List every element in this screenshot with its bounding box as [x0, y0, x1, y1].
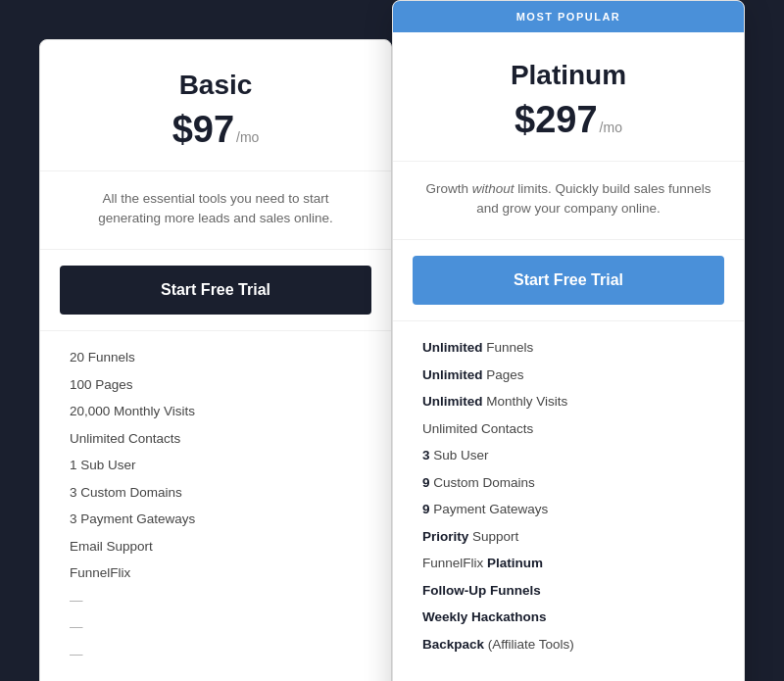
list-item: — [70, 594, 362, 608]
list-item: Unlimited Funnels [422, 341, 714, 355]
basic-description: All the essential tools you need to star… [40, 171, 391, 250]
list-item: Backpack (Affiliate Tools) [422, 638, 714, 652]
basic-plan-card: Basic $97 /mo All the essential tools yo… [39, 39, 392, 681]
list-item: 20 Funnels [70, 351, 362, 365]
list-item: Unlimited Contacts [422, 422, 714, 436]
list-item: FunnelFlix [70, 566, 362, 580]
platinum-plan-name: Platinum [413, 60, 724, 91]
platinum-card-header: Platinum $297 /mo [393, 32, 744, 162]
platinum-price-period: /mo [600, 120, 622, 135]
list-item: 100 Pages [70, 378, 362, 392]
list-item: Priority Support [422, 530, 714, 544]
list-item: 9 Payment Gateways [422, 503, 714, 516]
basic-price-period: /mo [236, 129, 259, 145]
list-item: 3 Sub User [422, 449, 714, 462]
platinum-cta-top-button[interactable]: Start Free Trial [413, 256, 724, 305]
list-item: — [70, 648, 362, 661]
basic-price-amount: $97 [172, 109, 234, 151]
list-item: Unlimited Contacts [70, 432, 362, 446]
list-item: Unlimited Monthly Visits [422, 395, 714, 409]
most-popular-badge: MOST POPULAR [393, 1, 744, 32]
list-item: 20,000 Monthly Visits [70, 405, 362, 418]
platinum-description: Growth without limits. Quickly build sal… [393, 162, 744, 240]
platinum-price-amount: $297 [514, 99, 598, 141]
platinum-plan-card: MOST POPULAR Platinum $297 /mo Growth wi… [392, 0, 745, 681]
list-item: Weekly Hackathons [422, 610, 714, 624]
platinum-plan-price: $297 /mo [413, 99, 724, 141]
list-item: Unlimited Pages [422, 368, 714, 382]
list-item: — [70, 620, 362, 634]
list-item: 3 Payment Gateways [70, 512, 362, 526]
basic-plan-name: Basic [60, 70, 371, 101]
list-item: Follow-Up Funnels [422, 584, 714, 598]
basic-plan-price: $97 /mo [60, 109, 371, 151]
basic-features: 20 Funnels 100 Pages 20,000 Monthly Visi… [40, 330, 391, 681]
list-item: 1 Sub User [70, 459, 362, 472]
list-item: FunnelFlix Platinum [422, 557, 714, 570]
list-item: Email Support [70, 540, 362, 554]
basic-cta-top-button[interactable]: Start Free Trial [60, 266, 371, 315]
platinum-features: Unlimited Funnels Unlimited Pages Unlimi… [393, 320, 744, 681]
basic-card-header: Basic $97 /mo [40, 40, 391, 171]
list-item: 3 Custom Domains [70, 486, 362, 500]
pricing-container: Basic $97 /mo All the essential tools yo… [39, 0, 745, 681]
list-item: 9 Custom Domains [422, 476, 714, 490]
